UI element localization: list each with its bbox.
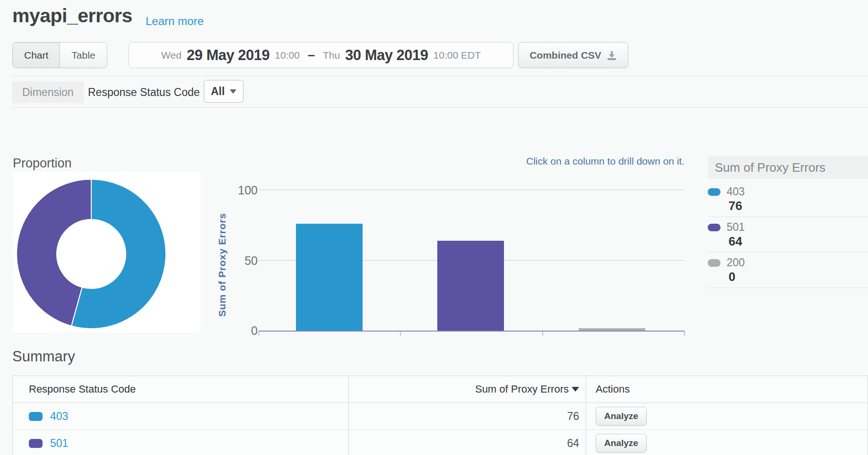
summary-table-header: Response Status Code Sum of Proxy Errors… — [13, 376, 868, 403]
summary-table: Response Status Code Sum of Proxy Errors… — [12, 376, 868, 455]
legend-swatch-403 — [708, 188, 720, 196]
summary-title: Summary — [12, 348, 75, 365]
learn-more-link[interactable]: Learn more — [146, 15, 204, 28]
status-color-swatch — [29, 412, 43, 421]
sum-value: 64 — [567, 437, 579, 450]
start-date: 29 May 2019 — [187, 47, 269, 64]
legend-swatch-501 — [708, 224, 720, 231]
status-code-link[interactable]: 403 — [50, 410, 68, 423]
x-tick-mark — [400, 332, 401, 336]
dimension-filter-value: All — [211, 85, 225, 98]
legend-item-row: 501 — [708, 221, 868, 234]
cell-status-code: 501 — [13, 430, 349, 455]
drilldown-hint: Click on a column to drill down on it. — [473, 156, 685, 167]
page-title: myapi_errors — [12, 5, 132, 27]
y-tick-label-50: 50 — [215, 254, 258, 267]
summary-table-body: 40376Analyze50164Analyze — [13, 403, 868, 455]
date-range-picker[interactable]: Wed 29 May 2019 10:00 – Thu 30 May 2019 … — [129, 42, 513, 68]
bar-chart-x-axis — [259, 331, 685, 332]
combined-csv-label: Combined CSV — [529, 50, 601, 61]
bar-501[interactable] — [437, 241, 504, 331]
legend-value: 64 — [729, 234, 868, 249]
analyze-button-403[interactable]: Analyze — [596, 407, 647, 426]
analyze-button-501[interactable]: Analyze — [596, 434, 647, 453]
legend-item-200[interactable]: 2000 — [708, 253, 868, 288]
legend-label: 200 — [727, 256, 745, 269]
status-color-swatch — [29, 439, 43, 448]
legend-item-row: 200 — [708, 256, 868, 269]
x-tick-mark — [542, 332, 543, 336]
sum-value: 76 — [567, 410, 579, 423]
cell-actions: Analyze — [586, 403, 868, 429]
dimension-name: Response Status Code — [88, 81, 200, 103]
start-time: 10:00 — [275, 50, 300, 61]
table-row-501: 50164Analyze — [13, 430, 868, 455]
header-sum-of-proxy-errors[interactable]: Sum of Proxy Errors — [349, 376, 586, 402]
cell-status-code: 403 — [13, 403, 349, 429]
report-page: myapi_errors Learn more Chart Table Wed … — [0, 0, 868, 455]
cell-sum-value: 64 — [349, 430, 586, 455]
legend-item-403[interactable]: 40376 — [708, 182, 868, 217]
end-day: Thu — [323, 50, 340, 61]
legend-title: Sum of Proxy Errors — [708, 156, 868, 179]
proportion-title: Proportion — [13, 156, 72, 171]
header-actions: Actions — [586, 376, 868, 402]
legend-items: 40376501642000 — [708, 182, 868, 288]
dimension-divider — [10, 107, 868, 108]
end-date: 30 May 2019 — [345, 47, 428, 64]
y-tick-label-100: 100 — [215, 184, 258, 197]
legend-label: 501 — [727, 221, 745, 234]
date-range-separator: – — [308, 48, 315, 62]
dimension-filter-dropdown[interactable]: All — [204, 80, 243, 103]
toolbar-divider — [10, 76, 868, 76]
chevron-down-icon — [230, 89, 236, 94]
view-toggle: Chart Table — [12, 42, 107, 68]
table-row-403: 40376Analyze — [13, 403, 868, 430]
proportion-donut-chart[interactable] — [17, 179, 166, 329]
cell-sum-value: 76 — [349, 403, 586, 429]
download-icon — [607, 50, 617, 61]
tab-table[interactable]: Table — [60, 43, 106, 68]
legend-item-501[interactable]: 50164 — [708, 217, 868, 253]
start-day: Wed — [161, 50, 182, 61]
gridline-100 — [259, 190, 685, 190]
bar-403[interactable] — [296, 224, 363, 331]
legend-item-row: 403 — [708, 185, 868, 198]
sort-desc-icon — [572, 387, 579, 392]
cell-actions: Analyze — [586, 430, 868, 455]
x-tick-mark — [684, 332, 685, 336]
legend-label: 403 — [727, 185, 745, 198]
legend-value: 76 — [729, 198, 868, 213]
status-code-link[interactable]: 501 — [50, 437, 68, 450]
tab-chart[interactable]: Chart — [13, 43, 60, 68]
x-tick-mark — [258, 332, 259, 336]
header-response-status-code: Response Status Code — [13, 376, 349, 402]
dimension-chip: Dimension — [12, 81, 84, 103]
legend-value: 0 — [729, 269, 868, 284]
proportion-card — [12, 172, 200, 332]
end-time: 10:00 EDT — [434, 50, 481, 61]
combined-csv-button[interactable]: Combined CSV — [518, 42, 628, 68]
y-tick-label-0: 0 — [215, 324, 258, 337]
chart-legend: Sum of Proxy Errors 40376501642000 — [708, 156, 868, 288]
legend-swatch-200 — [708, 259, 720, 267]
